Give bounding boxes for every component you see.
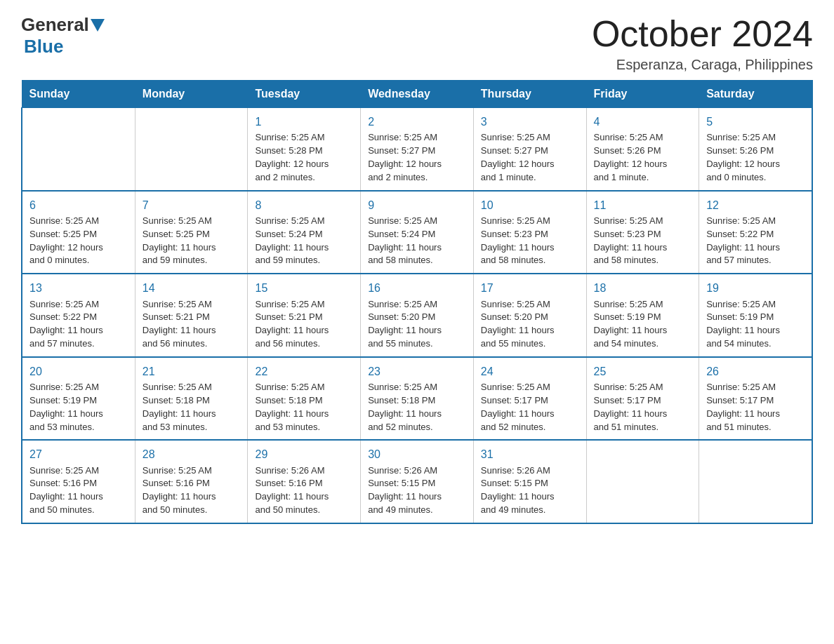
day-number: 25 (594, 363, 692, 380)
calendar-cell: 6Sunrise: 5:25 AM Sunset: 5:25 PM Daylig… (22, 191, 135, 274)
day-info: Sunrise: 5:25 AM Sunset: 5:19 PM Dayligh… (29, 381, 128, 434)
calendar-cell (586, 440, 699, 523)
calendar-week-row: 6Sunrise: 5:25 AM Sunset: 5:25 PM Daylig… (22, 191, 812, 274)
calendar-cell: 15Sunrise: 5:25 AM Sunset: 5:21 PM Dayli… (248, 274, 361, 357)
day-number: 8 (255, 197, 353, 213)
day-number: 16 (368, 280, 466, 296)
day-info: Sunrise: 5:25 AM Sunset: 5:22 PM Dayligh… (29, 298, 128, 351)
calendar-cell: 17Sunrise: 5:25 AM Sunset: 5:20 PM Dayli… (473, 274, 586, 357)
day-info: Sunrise: 5:25 AM Sunset: 5:17 PM Dayligh… (706, 381, 805, 434)
day-number: 15 (255, 280, 353, 296)
day-number: 29 (255, 446, 353, 462)
day-info: Sunrise: 5:25 AM Sunset: 5:25 PM Dayligh… (143, 215, 241, 267)
location-text: Esperanza, Caraga, Philippines (592, 57, 813, 73)
day-number: 24 (481, 363, 579, 380)
calendar-cell (22, 108, 135, 191)
calendar-cell: 26Sunrise: 5:25 AM Sunset: 5:17 PM Dayli… (699, 357, 812, 441)
calendar-cell: 28Sunrise: 5:25 AM Sunset: 5:16 PM Dayli… (135, 440, 248, 523)
day-info: Sunrise: 5:25 AM Sunset: 5:17 PM Dayligh… (481, 381, 579, 434)
calendar-week-row: 13Sunrise: 5:25 AM Sunset: 5:22 PM Dayli… (22, 274, 812, 357)
day-number: 2 (368, 114, 466, 130)
day-info: Sunrise: 5:25 AM Sunset: 5:19 PM Dayligh… (706, 298, 805, 351)
calendar-week-row: 27Sunrise: 5:25 AM Sunset: 5:16 PM Dayli… (22, 440, 812, 523)
calendar-week-row: 1Sunrise: 5:25 AM Sunset: 5:28 PM Daylig… (22, 108, 812, 191)
calendar-cell: 30Sunrise: 5:26 AM Sunset: 5:15 PM Dayli… (361, 440, 474, 523)
day-info: Sunrise: 5:25 AM Sunset: 5:21 PM Dayligh… (143, 298, 241, 351)
day-info: Sunrise: 5:26 AM Sunset: 5:15 PM Dayligh… (368, 464, 466, 517)
day-info: Sunrise: 5:25 AM Sunset: 5:23 PM Dayligh… (481, 215, 579, 267)
column-header-monday: Monday (135, 81, 248, 108)
column-header-wednesday: Wednesday (361, 81, 474, 108)
day-info: Sunrise: 5:25 AM Sunset: 5:21 PM Dayligh… (255, 298, 353, 351)
calendar-cell: 12Sunrise: 5:25 AM Sunset: 5:22 PM Dayli… (699, 191, 812, 274)
calendar-cell: 13Sunrise: 5:25 AM Sunset: 5:22 PM Dayli… (22, 274, 135, 357)
day-number: 4 (594, 114, 692, 130)
day-number: 31 (481, 446, 579, 462)
calendar-cell: 8Sunrise: 5:25 AM Sunset: 5:24 PM Daylig… (248, 191, 361, 274)
title-section: October 2024 Esperanza, Caraga, Philippi… (592, 14, 813, 73)
calendar-cell: 10Sunrise: 5:25 AM Sunset: 5:23 PM Dayli… (473, 191, 586, 274)
day-info: Sunrise: 5:25 AM Sunset: 5:20 PM Dayligh… (368, 298, 466, 351)
day-number: 9 (368, 197, 466, 213)
day-info: Sunrise: 5:25 AM Sunset: 5:16 PM Dayligh… (29, 464, 128, 517)
column-header-thursday: Thursday (473, 81, 586, 108)
day-number: 14 (143, 280, 241, 296)
day-info: Sunrise: 5:25 AM Sunset: 5:28 PM Dayligh… (255, 131, 353, 184)
day-number: 20 (29, 363, 128, 380)
calendar-week-row: 20Sunrise: 5:25 AM Sunset: 5:19 PM Dayli… (22, 357, 812, 441)
day-info: Sunrise: 5:25 AM Sunset: 5:24 PM Dayligh… (368, 215, 466, 267)
day-number: 12 (706, 197, 805, 213)
calendar-cell: 18Sunrise: 5:25 AM Sunset: 5:19 PM Dayli… (586, 274, 699, 357)
day-info: Sunrise: 5:25 AM Sunset: 5:18 PM Dayligh… (368, 381, 466, 434)
day-info: Sunrise: 5:26 AM Sunset: 5:16 PM Dayligh… (255, 464, 353, 517)
calendar-cell: 29Sunrise: 5:26 AM Sunset: 5:16 PM Dayli… (248, 440, 361, 523)
day-info: Sunrise: 5:26 AM Sunset: 5:15 PM Dayligh… (481, 464, 579, 517)
calendar-cell (699, 440, 812, 523)
day-number: 1 (255, 114, 353, 130)
day-info: Sunrise: 5:25 AM Sunset: 5:17 PM Dayligh… (594, 381, 692, 434)
day-number: 22 (255, 363, 353, 380)
calendar-cell (135, 108, 248, 191)
calendar-cell: 1Sunrise: 5:25 AM Sunset: 5:28 PM Daylig… (248, 108, 361, 191)
day-info: Sunrise: 5:25 AM Sunset: 5:25 PM Dayligh… (29, 215, 128, 267)
calendar-cell: 20Sunrise: 5:25 AM Sunset: 5:19 PM Dayli… (22, 357, 135, 441)
day-number: 18 (594, 280, 692, 296)
calendar-cell: 23Sunrise: 5:25 AM Sunset: 5:18 PM Dayli… (361, 357, 474, 441)
day-info: Sunrise: 5:25 AM Sunset: 5:18 PM Dayligh… (143, 381, 241, 434)
day-info: Sunrise: 5:25 AM Sunset: 5:18 PM Dayligh… (255, 381, 353, 434)
day-info: Sunrise: 5:25 AM Sunset: 5:26 PM Dayligh… (594, 131, 692, 184)
day-info: Sunrise: 5:25 AM Sunset: 5:27 PM Dayligh… (368, 131, 466, 184)
calendar-cell: 9Sunrise: 5:25 AM Sunset: 5:24 PM Daylig… (361, 191, 474, 274)
day-number: 23 (368, 363, 466, 380)
day-number: 17 (481, 280, 579, 296)
column-header-friday: Friday (586, 81, 699, 108)
day-number: 13 (29, 280, 128, 296)
calendar-cell: 16Sunrise: 5:25 AM Sunset: 5:20 PM Dayli… (361, 274, 474, 357)
logo-blue-text: Blue (24, 36, 63, 57)
logo-triangle-icon (91, 19, 105, 32)
calendar-cell: 31Sunrise: 5:26 AM Sunset: 5:15 PM Dayli… (473, 440, 586, 523)
calendar-cell: 19Sunrise: 5:25 AM Sunset: 5:19 PM Dayli… (699, 274, 812, 357)
day-number: 19 (706, 280, 805, 296)
day-number: 27 (29, 446, 128, 462)
calendar-cell: 11Sunrise: 5:25 AM Sunset: 5:23 PM Dayli… (586, 191, 699, 274)
day-number: 6 (29, 197, 128, 213)
calendar-table: SundayMondayTuesdayWednesdayThursdayFrid… (21, 80, 813, 524)
day-info: Sunrise: 5:25 AM Sunset: 5:19 PM Dayligh… (594, 298, 692, 351)
day-info: Sunrise: 5:25 AM Sunset: 5:27 PM Dayligh… (481, 131, 579, 184)
calendar-cell: 21Sunrise: 5:25 AM Sunset: 5:18 PM Dayli… (135, 357, 248, 441)
calendar-cell: 24Sunrise: 5:25 AM Sunset: 5:17 PM Dayli… (473, 357, 586, 441)
column-header-sunday: Sunday (22, 81, 135, 108)
calendar-cell: 27Sunrise: 5:25 AM Sunset: 5:16 PM Dayli… (22, 440, 135, 523)
day-info: Sunrise: 5:25 AM Sunset: 5:20 PM Dayligh… (481, 298, 579, 351)
day-info: Sunrise: 5:25 AM Sunset: 5:16 PM Dayligh… (143, 464, 241, 517)
day-number: 21 (143, 363, 241, 380)
day-number: 3 (481, 114, 579, 130)
day-info: Sunrise: 5:25 AM Sunset: 5:23 PM Dayligh… (594, 215, 692, 267)
calendar-header-row: SundayMondayTuesdayWednesdayThursdayFrid… (22, 81, 812, 108)
day-info: Sunrise: 5:25 AM Sunset: 5:24 PM Dayligh… (255, 215, 353, 267)
month-title: October 2024 (592, 14, 813, 54)
column-header-saturday: Saturday (699, 81, 812, 108)
day-number: 10 (481, 197, 579, 213)
page-header: General Blue October 2024 Esperanza, Car… (21, 14, 813, 73)
